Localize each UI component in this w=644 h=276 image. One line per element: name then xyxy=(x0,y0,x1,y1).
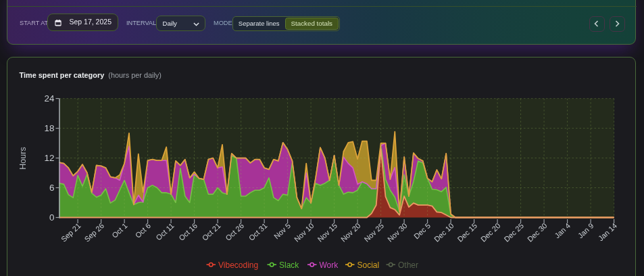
svg-text:12: 12 xyxy=(45,153,55,163)
svg-text:Social: Social xyxy=(357,260,380,270)
svg-text:Oct 31: Oct 31 xyxy=(247,221,269,242)
svg-text:Dec 15: Dec 15 xyxy=(455,221,478,243)
svg-text:Oct 21: Oct 21 xyxy=(201,221,222,242)
svg-text:Dec 5: Dec 5 xyxy=(412,221,432,240)
svg-text:Dec 25: Dec 25 xyxy=(502,221,525,243)
svg-text:Vibecoding: Vibecoding xyxy=(218,260,258,270)
svg-text:Sep 26: Sep 26 xyxy=(82,221,105,243)
svg-text:Nov 5: Nov 5 xyxy=(272,221,292,240)
svg-text:Nov 30: Nov 30 xyxy=(386,221,409,243)
svg-text:Oct 11: Oct 11 xyxy=(154,221,175,242)
svg-text:Nov 20: Nov 20 xyxy=(339,221,362,243)
svg-text:Other: Other xyxy=(398,260,418,270)
svg-text:Oct 6: Oct 6 xyxy=(134,221,152,239)
svg-text:Oct 26: Oct 26 xyxy=(224,221,245,242)
svg-text:Oct 16: Oct 16 xyxy=(177,221,199,242)
svg-text:6: 6 xyxy=(49,183,54,193)
svg-text:Slack: Slack xyxy=(279,260,299,270)
svg-text:Jan 4: Jan 4 xyxy=(553,221,572,239)
svg-text:0: 0 xyxy=(49,212,54,223)
svg-text:Sep 21: Sep 21 xyxy=(59,221,82,243)
svg-text:24: 24 xyxy=(45,93,55,104)
svg-text:Dec 20: Dec 20 xyxy=(479,221,502,243)
svg-text:Dec 30: Dec 30 xyxy=(526,221,549,243)
svg-text:18: 18 xyxy=(45,123,55,133)
svg-text:Jan 14: Jan 14 xyxy=(597,221,618,242)
svg-text:Hours: Hours xyxy=(18,147,28,169)
svg-text:Nov 10: Nov 10 xyxy=(293,221,316,243)
svg-text:Nov 25: Nov 25 xyxy=(362,221,385,243)
svg-text:Work: Work xyxy=(320,260,339,270)
svg-text:Jan 9: Jan 9 xyxy=(576,221,595,239)
svg-text:Nov 15: Nov 15 xyxy=(316,221,339,243)
svg-text:Dec 10: Dec 10 xyxy=(432,221,455,243)
svg-text:Oct 1: Oct 1 xyxy=(110,221,128,239)
